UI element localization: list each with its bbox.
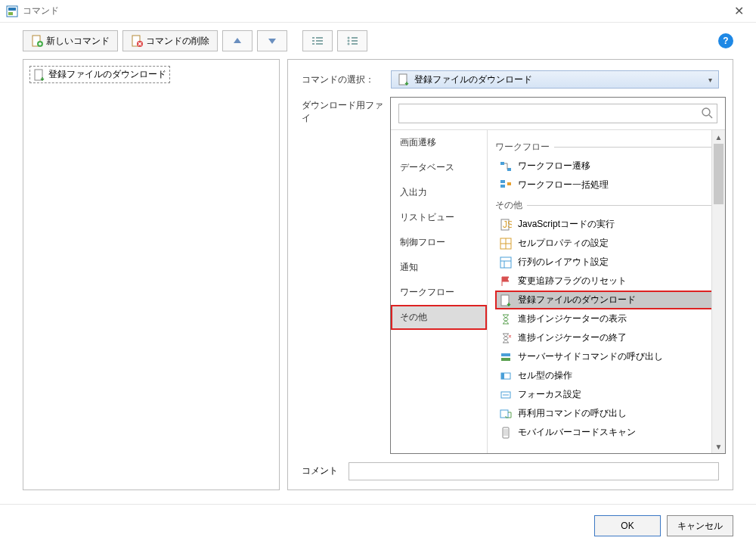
svg-point-15 [348,40,350,42]
svg-rect-2 [8,12,13,15]
scroll-thumb[interactable] [714,144,723,204]
category-workflow[interactable]: ワークフロー [391,280,487,305]
svg-rect-33 [501,358,510,361]
category-other[interactable]: その他 [391,305,487,330]
cmd-server-side[interactable]: サーバーサイドコマンドの呼び出し [495,347,722,366]
arrow-up-icon [233,37,242,45]
cell-icon [500,370,512,382]
svg-rect-35 [501,373,504,379]
move-down-button[interactable] [257,30,287,51]
toolbar: 新しいコマンド コマンドの削除 ? [0,23,756,59]
svg-rect-12 [316,43,323,45]
phone-icon [500,427,512,439]
tree-item-label: 登録ファイルのダウンロード [48,68,166,81]
category-io[interactable]: 入出力 [391,180,487,205]
window-title: コマンド [23,5,59,17]
scrollbar[interactable]: ▲ ▼ [711,130,725,453]
list-bullet-icon [346,36,358,46]
svg-point-21 [702,108,710,116]
svg-rect-10 [316,40,323,42]
cmd-layout-setting[interactable]: 行列のレイアウト設定 [495,253,722,272]
workflow-batch-icon [500,179,512,191]
svg-rect-37 [500,410,508,418]
cmd-workflow-batch[interactable]: ワークフロー一括処理 [495,176,722,194]
cmd-cell-property[interactable]: セルプロパティの設定 [495,234,722,253]
svg-point-17 [348,43,350,45]
svg-rect-39 [503,429,508,436]
svg-rect-7 [312,37,314,39]
category-notification[interactable]: 通知 [391,255,487,280]
select-command-label: コマンドの選択： [302,73,385,86]
tree-item[interactable]: 登録ファイルのダウンロード [29,66,170,83]
cmd-cell-type[interactable]: セル型の操作 [495,366,722,385]
layout-icon [500,256,512,269]
svg-rect-32 [501,353,510,356]
delete-command-button[interactable]: コマンドの削除 [122,30,218,51]
svg-rect-14 [352,37,358,39]
workflow-icon [500,160,512,172]
search-input[interactable] [398,104,717,123]
ok-button[interactable]: OK [594,515,661,536]
category-listview[interactable]: リストビュー [391,205,487,230]
dialog-footer: OK キャンセル [0,504,756,547]
flag-icon [500,275,512,287]
category-list: 画面遷移 データベース 入出力 リストビュー 制御フロー 通知 ワークフロー そ… [391,130,488,453]
list-indent-button[interactable] [302,30,333,51]
chevron-down-icon: ▾ [708,76,712,84]
new-icon [31,35,43,47]
svg-point-13 [348,37,350,39]
grid-icon [500,238,512,250]
close-button[interactable]: ✕ [728,1,750,21]
svg-rect-23 [507,168,511,171]
hourglass-end-icon [500,332,512,344]
file-download-icon [398,73,410,85]
svg-text:JS: JS [503,219,512,230]
cmd-download-file[interactable]: 登録ファイルのダウンロード [495,291,722,309]
svg-rect-11 [312,43,314,45]
scroll-down-icon[interactable]: ▼ [712,440,725,453]
svg-rect-22 [500,162,504,165]
file-download-icon [33,69,45,81]
hourglass-icon [500,313,512,325]
comment-label: コメント [302,465,338,477]
category-screen-transition[interactable]: 画面遷移 [391,130,487,155]
command-tree-panel: 登録ファイルのダウンロード [23,59,280,490]
cmd-reuse[interactable]: 再利用コマンドの呼び出し [495,404,722,423]
new-command-label: 新しいコマンド [46,35,110,48]
js-icon: JS [500,219,512,231]
command-dropdown: 画面遷移 データベース 入出力 リストビュー 制御フロー 通知 ワークフロー そ… [390,97,726,454]
focus-icon [500,389,512,401]
command-select[interactable]: 登録ファイルのダウンロード ▾ [391,70,719,89]
cmd-show-progress[interactable]: 進捗インジケーターの表示 [495,309,722,328]
svg-rect-16 [352,40,358,42]
move-up-button[interactable] [222,30,253,51]
cmd-end-progress[interactable]: 進捗インジケーターの終了 [495,328,722,347]
list-bullet-button[interactable] [337,30,367,51]
cancel-button[interactable]: キャンセル [667,515,733,536]
cmd-focus[interactable]: フォーカス設定 [495,385,722,404]
new-command-button[interactable]: 新しいコマンド [23,30,118,51]
svg-rect-25 [500,185,505,188]
cmd-barcode[interactable]: モバイルバーコードスキャン [495,423,722,442]
reuse-icon [500,408,512,420]
file-download-icon [500,294,512,306]
svg-rect-8 [316,37,323,39]
category-database[interactable]: データベース [391,155,487,180]
cmd-workflow-transition[interactable]: ワークフロー遷移 [495,157,722,176]
arrow-down-icon [268,37,277,45]
category-control-flow[interactable]: 制御フロー [391,230,487,255]
svg-rect-9 [312,40,314,42]
server-icon [500,351,512,363]
cmd-javascript[interactable]: JSJavaScriptコードの実行 [495,215,722,234]
svg-rect-30 [500,257,511,268]
cmd-reset-tracking[interactable]: 変更追跡フラグのリセット [495,272,722,291]
comment-input[interactable] [349,462,719,480]
help-button[interactable]: ? [718,33,733,48]
download-file-label: ダウンロード用ファイ [302,99,385,125]
group-other: その他 [495,194,722,215]
command-select-value: 登録ファイルのダウンロード [414,73,532,86]
list-indent-icon [311,36,324,46]
scroll-up-icon[interactable]: ▲ [712,130,725,144]
svg-rect-1 [8,8,16,11]
svg-rect-18 [352,43,358,45]
